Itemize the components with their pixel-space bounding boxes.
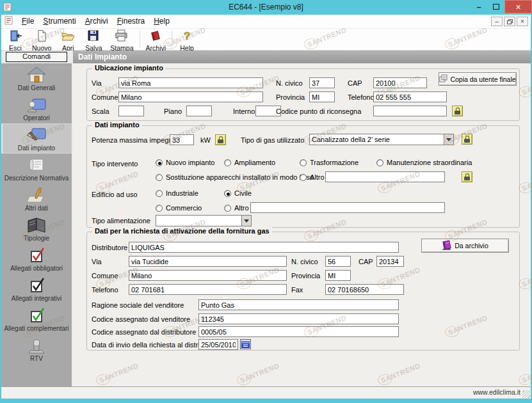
- title-bar: EC644 - [Esempio v8] – ×: [0, 0, 532, 15]
- mdi-minimize-button[interactable]: –: [491, 17, 503, 26]
- menu-file[interactable]: File: [17, 15, 38, 28]
- sidebar-item-dati-generali[interactable]: Dati Generali: [1, 63, 72, 93]
- scala-input[interactable]: [118, 106, 144, 116]
- padlock-icon: [455, 111, 460, 115]
- book-icon: [26, 216, 47, 234]
- cap-input[interactable]: [373, 77, 427, 88]
- fornitura-telefono-input[interactable]: [129, 284, 287, 295]
- data-invio-input[interactable]: [198, 339, 238, 350]
- radio-intervento-altro[interactable]: Altro: [300, 173, 325, 181]
- via-input[interactable]: [118, 77, 263, 88]
- edificio-altro-input[interactable]: [250, 202, 445, 213]
- radio-industriale[interactable]: Industriale: [156, 189, 198, 197]
- fornitura-telefono-label: Telefono: [92, 286, 118, 294]
- resize-grip-icon[interactable]: [522, 390, 530, 398]
- toolbar-button-help[interactable]: ? Help: [174, 29, 200, 50]
- edilclima-link[interactable]: www.edilclima.it: [473, 388, 520, 396]
- sidebar-item-allegati-integrativi[interactable]: Allegati integrativi: [1, 274, 72, 304]
- maximize-icon: [493, 4, 499, 10]
- toolbar-button-esci[interactable]: Esci: [3, 29, 28, 50]
- menu-finestra[interactable]: Finestra: [113, 15, 149, 28]
- menu-help[interactable]: Help: [149, 15, 174, 28]
- fornitura-ncivico-label: N. civico: [291, 258, 318, 265]
- toolbar-button-nuovo[interactable]: Nuovo: [28, 29, 55, 50]
- fornitura-cap-input[interactable]: [376, 256, 404, 267]
- tipo-alimentazione-label: Tipo alimentazione: [92, 217, 150, 225]
- ragione-sociale-input[interactable]: [198, 299, 399, 310]
- ncivico-input[interactable]: [309, 77, 335, 88]
- tipo-gas-select[interactable]: Canalizzato della 2' serie: [309, 134, 454, 145]
- radio-ampliamento[interactable]: Ampliamento: [224, 159, 275, 166]
- radio-nuovo-impianto[interactable]: Nuovo impianto: [156, 159, 214, 166]
- radio-civile[interactable]: Civile: [224, 189, 252, 197]
- piano-input[interactable]: [186, 106, 212, 116]
- comune-label: Comune: [92, 93, 118, 101]
- distributore-input[interactable]: [129, 242, 399, 253]
- lock-button[interactable]: [452, 106, 463, 116]
- scala-label: Scala: [92, 107, 109, 115]
- padlock-icon: [464, 177, 470, 180]
- radio-trasformazione[interactable]: Trasformazione: [300, 159, 359, 166]
- fornitura-comune-input[interactable]: [129, 270, 287, 281]
- da-archivio-button[interactable]: Da archivio: [421, 239, 509, 253]
- menu-archivi[interactable]: Archivi: [81, 15, 113, 28]
- sidebar-item-dati-impianto[interactable]: Dati impianto: [1, 123, 72, 154]
- intervento-altro-input[interactable]: [325, 171, 445, 182]
- red-check-icon: [26, 246, 47, 264]
- red-book-icon: [149, 29, 163, 45]
- content-row: Comandi Dati Generali Operatori: [1, 51, 531, 387]
- fax-input[interactable]: [325, 284, 404, 295]
- group-title: Ubicazione impianto: [92, 64, 166, 72]
- sidebar-item-operatori[interactable]: Operatori: [1, 93, 72, 123]
- tipo-intervento-label: Tipo intervento: [92, 160, 138, 168]
- radio-manutenzione-straordinaria[interactable]: Manutenzione straordinaria: [376, 159, 472, 166]
- codice-venditore-label: Codice assegnato dal venditore: [92, 315, 190, 323]
- menu-bar: File Strumenti Archivi Finestra Help – ×: [1, 15, 531, 29]
- calendar-button[interactable]: [240, 339, 251, 349]
- sidebar-item-tipologie[interactable]: Tipologie: [1, 214, 72, 244]
- lock-button[interactable]: [462, 134, 472, 145]
- sidebar-item-altri-dati[interactable]: Altri dati: [1, 184, 72, 214]
- comune-input[interactable]: [118, 91, 263, 102]
- mdi-restore-button[interactable]: [504, 17, 515, 26]
- close-button[interactable]: ×: [504, 0, 532, 13]
- codice-venditore-input[interactable]: [198, 313, 399, 324]
- fornitura-ncivico-input[interactable]: [325, 256, 351, 267]
- maximize-button[interactable]: [487, 0, 504, 13]
- minimize-button[interactable]: –: [471, 0, 487, 13]
- copia-da-utente-finale-button[interactable]: Copia da utente finale: [439, 72, 517, 86]
- codice-riconsegna-input[interactable]: [373, 106, 447, 116]
- toolbar-button-salva[interactable]: Salva: [81, 29, 106, 50]
- radio-icon: [156, 205, 163, 212]
- sidebar-item-rtv[interactable]: RTV: [1, 334, 72, 364]
- toolbar-button-archivi[interactable]: Archivi: [142, 29, 170, 50]
- fax-label: Fax: [291, 286, 303, 294]
- fornitura-provincia-input[interactable]: [325, 270, 351, 281]
- radio-commercio[interactable]: Commercio: [156, 204, 202, 212]
- provincia-input[interactable]: [309, 91, 335, 102]
- chevron-down-icon: [444, 134, 453, 145]
- radio-sostituzione-apparecchi[interactable]: Sostituzione apparecchi installato in mo…: [156, 173, 314, 181]
- mdi-close-button[interactable]: ×: [517, 17, 528, 26]
- telefono-input[interactable]: [373, 91, 447, 102]
- group-title: Dati per la richiesta di attivazione del…: [92, 227, 272, 235]
- comandi-button[interactable]: Comandi: [6, 52, 67, 62]
- application-window: EC644 - [Esempio v8] – × File Strumenti …: [0, 0, 532, 403]
- toolbar-button-stampa[interactable]: Stampa: [106, 29, 137, 50]
- sidebar-item-allegati-obbligatori[interactable]: Allegati obbligatori: [1, 244, 72, 274]
- codice-distributore-input[interactable]: [198, 326, 399, 337]
- potenza-input[interactable]: [170, 134, 194, 145]
- printer-icon: [115, 29, 129, 45]
- window-controls: – ×: [471, 0, 532, 13]
- fornitura-via-input[interactable]: [129, 256, 287, 267]
- sidebar-item-descrizione-normativa[interactable]: Descrizione Normativa: [1, 154, 72, 184]
- fornitura-cap-label: CAP: [359, 258, 373, 265]
- radio-edificio-altro[interactable]: Altro: [224, 204, 249, 212]
- sidebar-item-allegati-complementari[interactable]: Allegati complementari: [1, 304, 72, 334]
- menu-strumenti[interactable]: Strumenti: [38, 15, 80, 28]
- lock-button[interactable]: [462, 171, 472, 182]
- green-check-icon: [26, 306, 47, 324]
- lock-button[interactable]: [215, 134, 226, 145]
- tipo-alimentazione-select[interactable]: [156, 215, 252, 226]
- toolbar-button-apri[interactable]: Apri: [55, 29, 81, 50]
